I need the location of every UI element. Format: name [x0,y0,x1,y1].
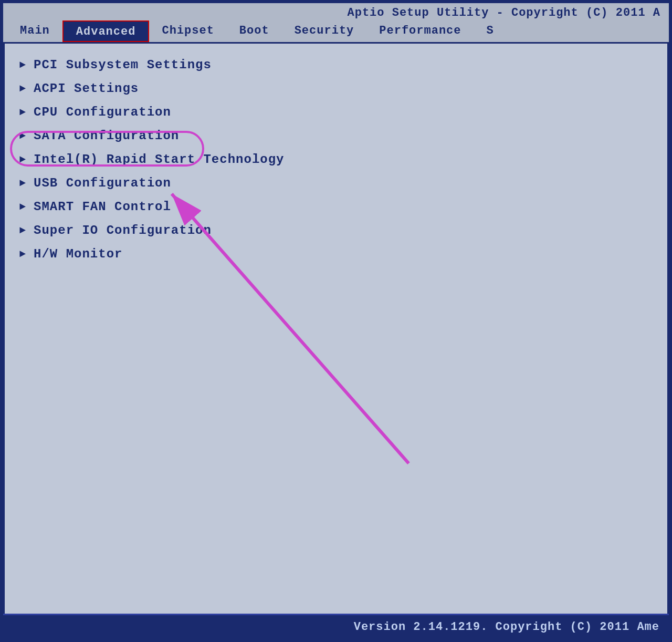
menu-item-rst[interactable]: ► Intel(R) Rapid Start Technology [17,148,655,171]
main-content: ► PCI Subsystem Settings ► ACPI Settings… [3,44,669,614]
menu-item-sata[interactable]: ► SATA Configuration [17,124,655,148]
tab-advanced[interactable]: Advanced [62,20,150,42]
menu-item-fan[interactable]: ► SMART FAN Control [17,195,655,219]
tab-main[interactable]: Main [7,20,62,42]
menu-label-rst: Intel(R) Rapid Start Technology [34,152,284,167]
bios-screen: Aptio Setup Utility - Copyright (C) 2011… [0,0,672,642]
footer: Version 2.14.1219. Copyright (C) 2011 Am… [3,614,669,639]
arrow-icon-hwmon: ► [19,248,26,260]
nav-tabs: Main Advanced Chipset Boot Security Perf… [3,20,669,44]
tab-boot[interactable]: Boot [227,20,282,42]
menu-item-acpi[interactable]: ► ACPI Settings [17,77,655,100]
arrow-icon-usb: ► [19,177,26,189]
tab-security[interactable]: Security [282,20,367,42]
menu-item-hwmon[interactable]: ► H/W Monitor [17,242,655,266]
arrow-icon-fan: ► [19,201,26,213]
arrow-icon-pci: ► [19,59,26,71]
menu-item-pci[interactable]: ► PCI Subsystem Settings [17,53,655,77]
menu-label-hwmon: H/W Monitor [34,247,122,261]
title-bar: Aptio Setup Utility - Copyright (C) 2011… [3,3,669,20]
arrow-icon-superio: ► [19,224,26,236]
arrow-icon-acpi: ► [19,82,26,95]
menu-label-usb: USB Configuration [34,176,171,190]
menu-label-pci: PCI Subsystem Settings [34,58,212,72]
arrow-icon-sata: ► [19,130,26,142]
menu-label-cpu: CPU Configuration [34,105,171,119]
menu-label-superio: Super IO Configuration [34,223,212,237]
menu-item-cpu[interactable]: ► CPU Configuration [17,100,655,124]
title-text: Aptio Setup Utility - Copyright (C) 2011… [348,6,661,19]
tab-s[interactable]: S [474,20,507,42]
tab-performance[interactable]: Performance [366,20,474,42]
tab-chipset[interactable]: Chipset [149,20,226,42]
arrow-icon-rst: ► [19,153,26,165]
arrow-icon-cpu: ► [19,106,26,118]
menu-label-sata: SATA Configuration [34,129,179,143]
menu-item-usb[interactable]: ► USB Configuration [17,171,655,195]
menu-label-fan: SMART FAN Control [34,200,171,214]
menu-label-acpi: ACPI Settings [34,81,139,96]
menu-item-superio[interactable]: ► Super IO Configuration [17,219,655,242]
footer-text: Version 2.14.1219. Copyright (C) 2011 Am… [354,620,659,634]
